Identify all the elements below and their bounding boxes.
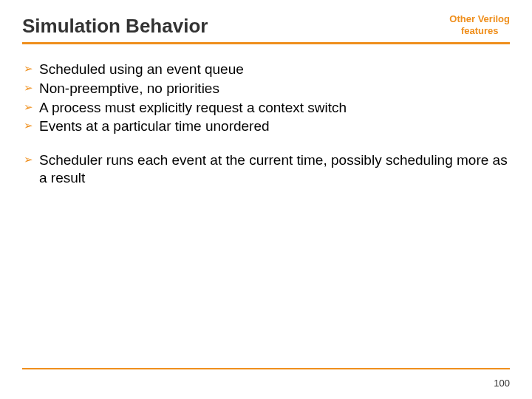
bullet-item: ➢ Scheduler runs each event at the curre… xyxy=(24,151,510,187)
bullet-group-1: ➢ Scheduled using an event queue ➢ Non-p… xyxy=(24,61,510,135)
slide-category: Other Verilog features xyxy=(449,13,510,36)
bullet-group-2: ➢ Scheduler runs each event at the curre… xyxy=(24,151,510,187)
chevron-right-icon: ➢ xyxy=(24,100,33,114)
bullet-text: A process must explicitly request a cont… xyxy=(39,99,347,117)
chevron-right-icon: ➢ xyxy=(24,62,33,75)
divider-bottom xyxy=(22,368,510,369)
slide-title: Simulation Behavior xyxy=(22,15,208,38)
bullet-item: ➢ Scheduled using an event queue xyxy=(24,61,510,78)
bullet-text: Scheduler runs each event at the current… xyxy=(39,151,510,187)
bullet-item: ➢ Events at a particular time unordered xyxy=(24,117,510,135)
chevron-right-icon: ➢ xyxy=(24,119,33,132)
bullet-item: ➢ A process must explicitly request a co… xyxy=(24,99,510,117)
page-number: 100 xyxy=(494,378,510,389)
slide-header: Simulation Behavior Other Verilog featur… xyxy=(22,15,510,38)
slide-container: Simulation Behavior Other Verilog featur… xyxy=(0,0,532,399)
bullet-text: Events at a particular time unordered xyxy=(39,117,270,135)
divider-top xyxy=(22,42,510,44)
category-line-1: Other Verilog xyxy=(449,13,510,25)
bullet-text: Scheduled using an event queue xyxy=(39,61,244,78)
bullet-item: ➢ Non-preemptive, no priorities xyxy=(24,80,510,98)
bullet-text: Non-preemptive, no priorities xyxy=(39,80,219,98)
chevron-right-icon: ➢ xyxy=(24,81,33,95)
chevron-right-icon: ➢ xyxy=(24,153,33,166)
category-line-2: features xyxy=(449,25,510,37)
slide-content: ➢ Scheduled using an event queue ➢ Non-p… xyxy=(22,61,510,187)
